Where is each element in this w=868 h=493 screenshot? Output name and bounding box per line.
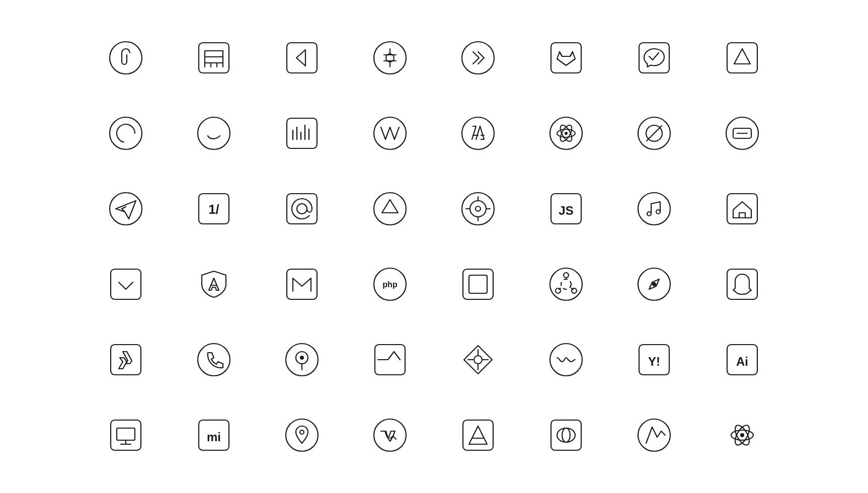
svg-point-3	[374, 42, 406, 74]
minus-square-circle-icon	[698, 96, 786, 171]
svg-text:Ai: Ai	[736, 355, 748, 368]
music-circle-icon	[610, 171, 698, 247]
google-drive-square-icon	[698, 20, 786, 96]
svg-rect-39	[287, 269, 317, 299]
yahoo-square-icon: Y!	[610, 322, 698, 397]
svg-point-34	[638, 193, 670, 225]
svg-point-68	[286, 419, 318, 451]
pocket-square-icon	[82, 247, 170, 322]
svg-rect-64	[111, 420, 141, 450]
svg-point-35	[647, 212, 651, 216]
svg-point-31	[476, 206, 481, 211]
svg-text:1/: 1/	[208, 202, 219, 217]
svg-rect-42	[463, 269, 493, 299]
phone-circle-icon	[170, 322, 258, 397]
svg-point-5	[462, 42, 494, 74]
airdrop-circle-icon	[434, 171, 522, 247]
svg-point-0	[110, 42, 142, 74]
php-circle-icon: php	[346, 247, 434, 322]
svg-rect-1	[199, 43, 229, 73]
ubuntu-circle-icon	[522, 247, 610, 322]
svg-text:php: php	[382, 280, 398, 289]
notion-alt-square-icon	[434, 247, 522, 322]
svg-rect-2	[287, 43, 317, 73]
js-square-icon: JS	[522, 171, 610, 247]
metro-square-icon	[258, 247, 346, 322]
svg-point-12	[374, 117, 406, 149]
svg-point-28	[374, 193, 406, 225]
smile-circle-icon	[170, 96, 258, 171]
vk-circle-icon	[346, 397, 434, 473]
guitar-circle-icon	[346, 20, 434, 96]
play-left-square-icon	[258, 20, 346, 96]
svg-point-50	[652, 282, 656, 286]
location-circle-icon	[258, 397, 346, 473]
mv-circle-icon	[346, 96, 434, 171]
building-square-icon	[170, 20, 258, 96]
google-ads-circle-icon	[434, 96, 522, 171]
xing-square-icon	[82, 322, 170, 397]
17track-square-icon: 1/	[170, 171, 258, 247]
svg-point-9	[110, 117, 142, 149]
notion-circle-icon	[346, 171, 434, 247]
svg-point-46	[564, 273, 569, 278]
ai-square-icon: Ai	[698, 322, 786, 397]
paperclip-circle-icon	[82, 20, 170, 96]
telegram-circle-icon	[82, 171, 170, 247]
git-diamond-icon	[434, 322, 522, 397]
od-square-icon	[522, 397, 610, 473]
presentation-square-icon	[82, 397, 170, 473]
svg-point-27	[297, 204, 307, 214]
svg-rect-8	[727, 43, 757, 73]
mi-square-icon: mi	[170, 397, 258, 473]
svg-point-10	[198, 117, 230, 149]
svg-rect-43	[469, 275, 487, 293]
svg-rect-65	[117, 428, 135, 440]
angular-shield-icon	[170, 247, 258, 322]
svg-rect-11	[287, 118, 317, 148]
svg-rect-72	[551, 420, 581, 450]
safari-circle-icon	[610, 247, 698, 322]
svg-text:mi: mi	[207, 430, 221, 444]
svg-point-23	[110, 193, 142, 225]
svg-rect-71	[463, 420, 493, 450]
svg-rect-6	[551, 43, 581, 73]
svg-point-53	[198, 344, 230, 376]
pin-circle-icon	[258, 322, 346, 397]
icon-grid: 1/ JS	[72, 10, 797, 483]
fox-square-icon	[522, 20, 610, 96]
svg-point-73	[557, 428, 575, 442]
snapchat-square-icon	[698, 247, 786, 322]
svg-point-58	[474, 356, 482, 364]
svg-point-59	[550, 344, 582, 376]
react-circle-icon	[522, 96, 610, 171]
bandcamp-square-icon	[346, 322, 434, 397]
openstreetmap-circle-icon	[610, 397, 698, 473]
double-chevron-circle-icon	[434, 20, 522, 96]
react-alt-icon	[698, 397, 786, 473]
svg-rect-38	[111, 269, 141, 299]
house-square-icon	[698, 171, 786, 247]
svg-point-79	[740, 433, 744, 437]
svg-text:Y!: Y!	[648, 355, 660, 368]
wendys-circle-icon	[522, 322, 610, 397]
at-square-icon	[258, 171, 346, 247]
soundcloud-square-icon	[258, 96, 346, 171]
svg-point-56	[300, 356, 304, 360]
svg-point-18	[565, 132, 568, 135]
svg-point-74	[562, 428, 570, 442]
svg-text:JS: JS	[559, 204, 573, 217]
messenger-square-icon	[610, 20, 698, 96]
svg-point-45	[561, 279, 571, 289]
svg-point-69	[300, 430, 304, 434]
ban-circle-icon	[610, 96, 698, 171]
artstudio-square-icon	[434, 397, 522, 473]
svg-point-36	[656, 210, 660, 214]
svg-rect-37	[727, 194, 757, 224]
opera-circle-icon	[82, 96, 170, 171]
svg-point-30	[470, 201, 486, 217]
